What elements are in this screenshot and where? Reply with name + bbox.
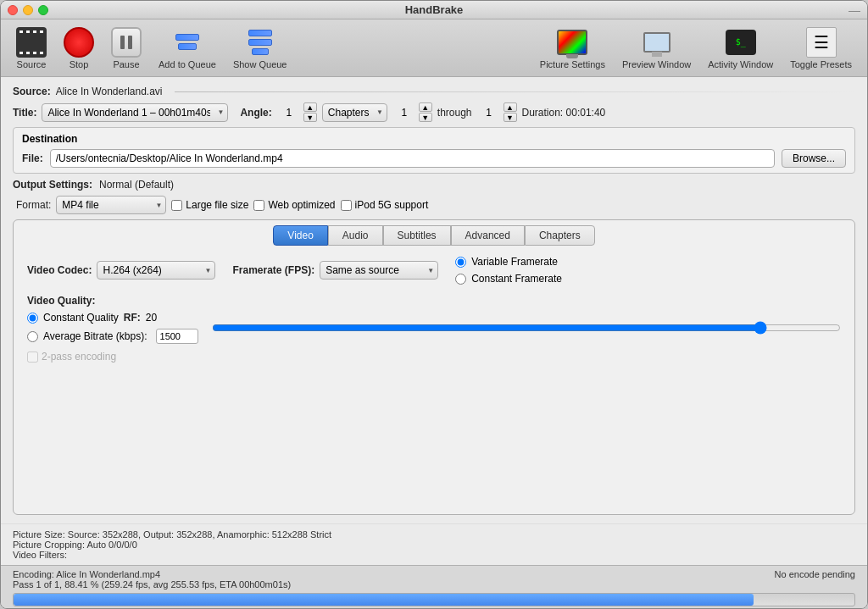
chapter-start-up[interactable]: ▲: [419, 102, 432, 112]
toggle-presets-icon: ☰: [806, 27, 837, 58]
two-pass-checkbox-label: 2-pass encoding: [27, 351, 841, 363]
format-select-wrapper: MP4 file: [56, 196, 166, 214]
tab-audio[interactable]: Audio: [328, 225, 383, 246]
constant-quality-text: Constant Quality: [43, 312, 119, 324]
pause-icon: [111, 27, 142, 58]
activity-window-icon: $_: [726, 27, 756, 58]
framerate-group: Framerate (FPS): Same as source: [232, 261, 438, 280]
chapter-start-down[interactable]: ▼: [419, 113, 432, 122]
web-optimized-checkbox-label[interactable]: Web optimized: [253, 199, 335, 211]
maximize-button[interactable]: [38, 5, 48, 15]
encoding-text: Encoding: Alice In Wonderland.mp4: [13, 569, 160, 579]
stop-button[interactable]: Stop: [57, 24, 101, 73]
web-optimized-checkbox[interactable]: [253, 200, 264, 211]
source-button[interactable]: Source: [9, 24, 53, 73]
preview-window-button[interactable]: Preview Window: [615, 24, 698, 73]
constant-quality-label[interactable]: Constant Quality: [27, 312, 119, 324]
chapter-start-value: 1: [392, 107, 416, 119]
output-settings-label: Output Settings:: [13, 179, 92, 191]
constant-framerate-label[interactable]: Constant Framerate: [455, 273, 562, 285]
tab-chapters[interactable]: Chapters: [525, 225, 595, 246]
chapter-end-stepper: 1 ▲ ▼: [477, 102, 517, 122]
angle-label: Angle:: [240, 107, 271, 119]
tab-bar: Video Audio Subtitles Advanced Chapters: [14, 220, 854, 246]
variable-framerate-label[interactable]: Variable Framerate: [455, 256, 562, 268]
quality-section-label: Video Quality:: [27, 295, 95, 307]
angle-down-btn[interactable]: ▼: [303, 113, 317, 122]
pause-button[interactable]: Pause: [104, 24, 148, 73]
toggle-presets-button[interactable]: ☰ Toggle Presets: [783, 24, 859, 73]
minimize-button[interactable]: [23, 5, 33, 15]
constant-quality-row: Constant Quality RF: 20: [27, 312, 198, 324]
destination-section-label: Destination: [22, 133, 846, 145]
chapters-select[interactable]: Chapters: [322, 103, 387, 122]
chapters-select-wrapper: Chapters: [322, 103, 387, 122]
framerate-select[interactable]: Same as source: [320, 261, 438, 280]
chapter-end-up[interactable]: ▲: [504, 102, 517, 112]
codec-label: Video Codec:: [27, 264, 92, 276]
traffic-lights: [8, 5, 48, 15]
ipod-checkbox-label[interactable]: iPod 5G support: [341, 199, 429, 211]
rf-value: 20: [146, 312, 157, 324]
source-label: Source: [17, 59, 47, 69]
ipod-checkbox[interactable]: [341, 200, 352, 211]
rf-label: RF:: [124, 312, 141, 324]
constant-quality-radio[interactable]: [27, 313, 38, 324]
bitrate-input[interactable]: [156, 329, 198, 344]
browse-button[interactable]: Browse...: [782, 149, 846, 168]
tab-advanced[interactable]: Advanced: [451, 225, 525, 246]
chapter-start-stepper: 1 ▲ ▼: [392, 102, 432, 122]
close-button[interactable]: [8, 5, 18, 15]
avg-bitrate-radio[interactable]: [27, 331, 38, 342]
tab-video[interactable]: Video: [273, 225, 327, 246]
file-label: File:: [22, 152, 43, 164]
toolbar: Source Stop Pause Add to Queue: [1, 19, 867, 77]
ipod-label: iPod 5G support: [355, 199, 429, 211]
chapter-end-value: 1: [477, 107, 501, 119]
format-select[interactable]: MP4 file: [56, 196, 166, 214]
video-filters-text: Video Filters:: [13, 550, 855, 560]
toolbar-right: Picture Settings Preview Window $_ Activ…: [533, 24, 859, 73]
title-bar: HandBrake —: [1, 1, 867, 19]
encode-progress-bar-container: [13, 593, 855, 606]
pause-label: Pause: [113, 59, 139, 69]
encode-progress-bar: [14, 594, 754, 606]
title-select-wrapper: Alice In Wonderland 1 – 00h01m40s: [42, 103, 228, 122]
picture-settings-label: Picture Settings: [540, 59, 605, 69]
main-window: HandBrake — Source Stop Pause: [0, 0, 868, 609]
preview-window-icon: [642, 27, 672, 58]
video-tab-content: Video Codec: H.264 (x264) Framerate (FPS…: [14, 246, 854, 514]
preview-window-label: Preview Window: [622, 59, 691, 69]
two-pass-row: 2-pass encoding: [27, 351, 841, 363]
codec-select[interactable]: H.264 (x264): [97, 261, 215, 280]
large-file-checkbox[interactable]: [171, 200, 182, 211]
file-path-input[interactable]: [50, 149, 775, 168]
format-row: Format: MP4 file Large file size Web opt…: [13, 196, 855, 214]
add-to-queue-button[interactable]: Add to Queue: [152, 24, 223, 73]
source-row: Source: Alice In Wonderland.avi: [13, 86, 855, 97]
title-select[interactable]: Alice In Wonderland 1 – 00h01m40s: [42, 103, 228, 122]
constant-framerate-radio[interactable]: [455, 274, 466, 285]
quality-slider-container: [212, 321, 841, 335]
chapter-start-buttons: ▲ ▼: [419, 102, 432, 122]
quality-slider[interactable]: [212, 321, 841, 335]
stop-icon: [64, 27, 94, 58]
tabs-panel: Video Audio Subtitles Advanced Chapters …: [13, 219, 855, 515]
activity-window-button[interactable]: $_ Activity Window: [701, 24, 780, 73]
activity-window-label: Activity Window: [708, 59, 773, 69]
angle-up-btn[interactable]: ▲: [303, 102, 317, 112]
status-bar: Encoding: Alice In Wonderland.mp4 No enc…: [1, 565, 867, 608]
destination-row: File: Browse...: [22, 149, 846, 168]
picture-settings-button[interactable]: Picture Settings: [533, 24, 612, 73]
no-encode-text: No encode pending: [775, 569, 855, 579]
average-bitrate-label[interactable]: Average Bitrate (kbps):: [27, 329, 198, 344]
status-top-row: Encoding: Alice In Wonderland.mp4 No enc…: [13, 569, 855, 579]
tab-subtitles[interactable]: Subtitles: [383, 225, 451, 246]
show-queue-button[interactable]: Show Queue: [226, 24, 294, 73]
chapter-end-down[interactable]: ▼: [504, 113, 517, 122]
framerate-label: Framerate (FPS):: [232, 264, 314, 276]
through-label: through: [437, 107, 472, 119]
stop-label: Stop: [70, 59, 89, 69]
variable-framerate-radio[interactable]: [455, 257, 466, 268]
large-file-checkbox-label[interactable]: Large file size: [171, 199, 248, 211]
